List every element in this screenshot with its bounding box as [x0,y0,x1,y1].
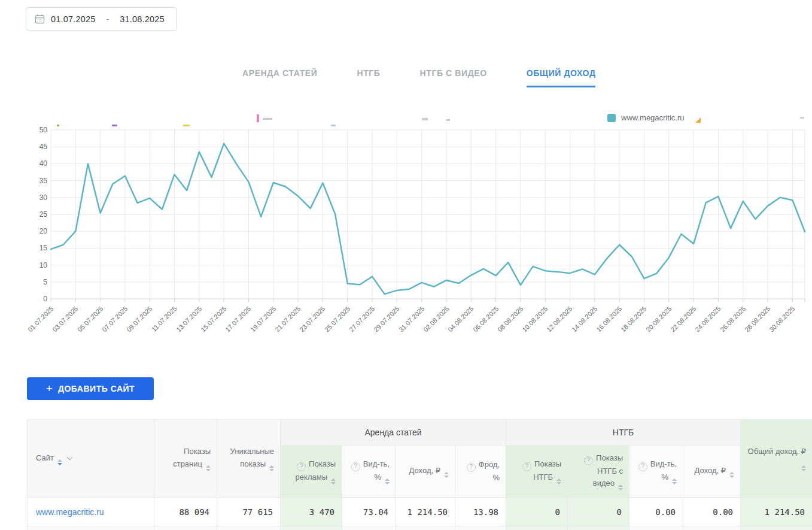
date-range-picker[interactable]: 01.07.2025 - 31.08.2025 [26,7,177,31]
column-label: Уникальные показы [230,447,274,468]
sort-icon[interactable] [385,478,390,484]
column-label: Доход, ₽ [409,466,440,475]
help-icon[interactable]: ? [522,462,531,471]
column-header-total-revenue[interactable]: Общий доход, ₽ [741,420,812,498]
column-header-viewability-rent[interactable]: ?Вид-ть, % [342,446,396,498]
legend-fragment [112,125,117,126]
column-header-revenue-rent[interactable]: Доход, ₽ [396,446,455,498]
sort-icon[interactable] [556,478,561,484]
cell-viewability-ntgb: 0.00 [629,498,683,526]
table-row-partial [28,526,812,530]
tab-total-revenue[interactable]: ОБЩИЙ ДОХОД [527,68,596,87]
legend-fragment [263,118,272,120]
group-header-article-rent: Аренда статей [281,420,506,446]
column-label: Показы НТГБ с видео [593,453,623,487]
group-header-ntgb: НТГБ [506,420,741,446]
column-label: Сайт [36,453,54,462]
legend-fragment [331,125,336,126]
y-axis-tick-label: 20 [27,227,47,235]
site-cell: www.megacritic.ru [28,498,154,526]
plus-icon: + [46,383,53,394]
date-end[interactable]: 31.08.2025 [120,14,165,24]
help-icon[interactable]: ? [638,462,647,471]
revenue-line-series [51,144,805,295]
legend-fragment [183,125,190,126]
legend-fragment [57,125,59,126]
cell-revenue-ntgb: 0.00 [683,498,741,526]
column-header-ntgb-video-impressions[interactable]: ?Показы НТГБ с видео [568,446,629,498]
site-link[interactable]: www.megacritic.ru [36,507,104,517]
column-label: Доход, ₽ [695,466,726,475]
help-icon[interactable]: ? [467,463,476,472]
y-axis-tick-label: 50 [27,126,47,134]
legend-label: www.megacritic.ru [621,113,684,122]
y-axis-tick-label: 5 [27,278,47,286]
column-label: Общий доход, ₽ [748,447,806,456]
add-site-button[interactable]: + ДОБАВИТЬ САЙТ [27,377,154,400]
legend-fragment [257,114,259,122]
calendar-icon [35,14,45,24]
tab-ntgb[interactable]: НТГБ [357,68,380,87]
sort-icon[interactable] [618,484,623,490]
help-icon[interactable]: ? [297,462,306,471]
sort-icon[interactable] [269,465,274,471]
column-header-fraud[interactable]: ?Фрод, % [455,446,506,498]
add-site-label: ДОБАВИТЬ САЙТ [58,384,135,393]
cell-ntgb-impressions: 0 [506,498,568,526]
help-icon[interactable]: ? [351,462,360,471]
sort-icon[interactable] [801,465,806,471]
cell-unique-views: 77 615 [217,498,281,526]
cell-revenue-rent: 1 214.50 [396,498,455,526]
y-axis-tick-label: 30 [27,193,47,202]
column-label: Фрод, % [479,460,500,481]
sort-icon[interactable] [444,472,449,478]
analytics-page: 01.07.2025 - 31.08.2025 АРЕНДА СТАТЕЙ НТ… [0,0,812,530]
legend-swatch-icon [607,114,616,122]
cell-total-revenue: 1 214.50 [741,498,812,526]
tab-ntgb-video[interactable]: НТГБ С ВИДЕО [420,68,487,87]
column-header-revenue-ntgb[interactable]: Доход, ₽ [683,446,741,498]
column-label: Показы страниц [173,447,211,468]
column-header-unique-views[interactable]: Уникальные показы [217,420,281,498]
revenue-chart: 05101520253035404550 01.07.202503.07.202… [27,111,812,353]
table-row: www.megacritic.ru 88 094 77 615 3 470 73… [28,498,812,526]
column-header-site[interactable]: Сайт [28,420,154,498]
column-header-ntgb-impressions[interactable]: ?Показы НТГБ [506,446,568,498]
help-icon[interactable]: ? [584,456,593,465]
y-axis-tick-label: 15 [27,244,47,252]
column-header-viewability-ntgb[interactable]: ?Вид-ть, % [629,446,683,498]
y-axis-tick-label: 25 [27,210,47,219]
chevron-down-icon[interactable] [67,454,73,460]
sort-icon[interactable] [672,478,677,484]
y-axis-tick-label: 45 [27,143,47,151]
sort-icon[interactable] [206,465,211,471]
date-start[interactable]: 01.07.2025 [51,14,96,24]
column-header-page-views[interactable]: Показы страниц [154,420,217,498]
y-axis-tick-label: 0 [27,295,47,303]
revenue-tabs: АРЕНДА СТАТЕЙ НТГБ НТГБ С ВИДЕО ОБЩИЙ ДО… [242,68,595,87]
chart-legend-item[interactable]: www.megacritic.ru [607,113,684,122]
group-header-row: Сайт Показы страниц Уникальные показы Ар… [28,420,812,446]
y-axis-tick-label: 40 [27,159,47,168]
sites-table: Сайт Показы страниц Уникальные показы Ар… [27,419,812,530]
date-separator: - [107,14,110,24]
cell-page-views: 88 094 [154,498,217,526]
legend-fragment [446,119,450,121]
y-axis-tick-label: 35 [27,177,47,185]
y-axis-tick-label: 10 [27,261,47,269]
cell-fraud: 13.98 [455,498,506,526]
cell-ntgb-video-impressions: 0 [568,498,629,526]
legend-fragment [800,117,804,119]
sort-icon[interactable] [729,472,734,478]
cell-ad-impressions: 3 470 [281,498,342,526]
tab-article-rent[interactable]: АРЕНДА СТАТЕЙ [242,68,317,87]
column-header-ad-impressions[interactable]: ?Показы рекламы [281,446,342,498]
sort-icon[interactable] [57,459,62,465]
cell-viewability-rent: 73.04 [342,498,396,526]
sort-icon[interactable] [331,478,336,484]
legend-fragment [422,118,428,120]
